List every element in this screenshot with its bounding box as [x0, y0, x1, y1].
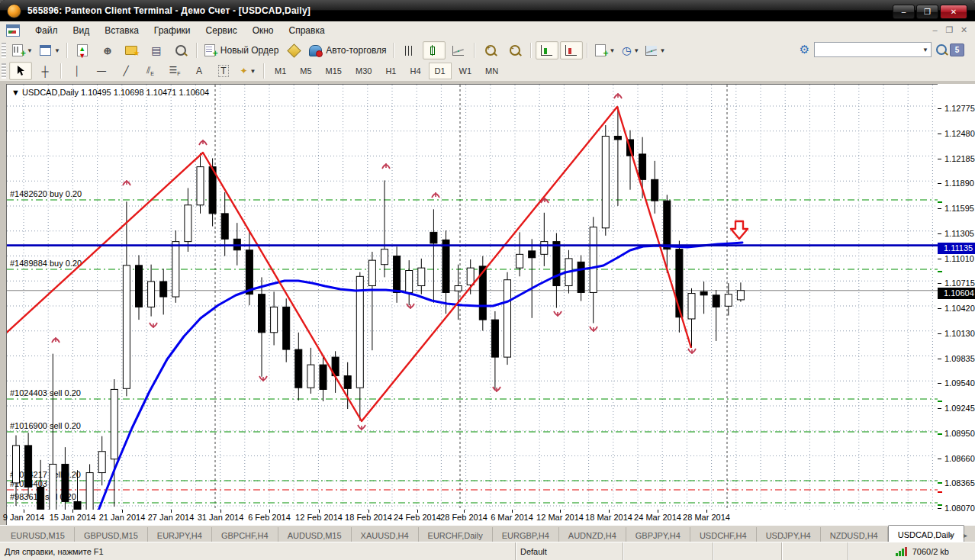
price-tick-label: 1.09540 [944, 378, 975, 388]
periods-button[interactable]: ◷▼ [619, 41, 642, 60]
crosshair-tool-button[interactable]: ┼ [34, 62, 56, 80]
vertical-line-tool[interactable]: │ [66, 62, 88, 80]
toolbar-grip[interactable] [2, 63, 6, 79]
toolbar-grip[interactable] [2, 43, 6, 58]
cursor-tool-button[interactable] [9, 62, 32, 80]
ask-price-box: 1.11135 [938, 243, 975, 254]
horizontal-line-tool[interactable]: — [90, 62, 113, 80]
status-profile[interactable]: Default [516, 542, 623, 560]
menu-item-Окно[interactable]: Окно [245, 23, 282, 38]
status-bar: Для справки, нажмите F1 Default 7060/2 k… [0, 542, 975, 560]
timeframe-button-W1[interactable]: W1 [453, 63, 478, 79]
timeframe-button-M15[interactable]: M15 [320, 63, 348, 79]
symbol-tab-EURJPY,H4[interactable]: EURJPY,H4 [148, 527, 212, 542]
menu-item-Сервис[interactable]: Сервис [198, 23, 245, 38]
symbol-tab-GBPJPY,H4[interactable]: GBPJPY,H4 [626, 527, 690, 542]
minimize-button[interactable]: – [893, 5, 915, 19]
symbol-tab-AUDUSD,M15[interactable]: AUDUSD,M15 [278, 527, 352, 542]
autotrade-button[interactable]: Авто-торговля [307, 41, 388, 60]
line-chart-icon [452, 46, 464, 56]
price-tick-label: 1.08070 [944, 504, 975, 513]
chart-line-button[interactable] [447, 41, 470, 60]
standard-toolbar: +▼ ▼ ▲▼ ⊕ ★ ▤ + Новый Ордер Авт [0, 40, 975, 62]
profiles-button[interactable]: ▼ [37, 41, 63, 60]
chart-bars-button[interactable] [398, 41, 421, 60]
mdi-close-button[interactable]: ✕ [957, 24, 970, 36]
symbol-tab-USDCHF,H4[interactable]: USDCHF,H4 [690, 527, 757, 542]
close-button[interactable]: ✕ [940, 5, 967, 19]
menu-item-Вставка[interactable]: Вставка [97, 23, 146, 38]
search-dropdown-icon[interactable]: ▼ [922, 47, 928, 53]
maximize-button[interactable]: ❐ [916, 5, 938, 19]
symbol-tab-USDJPY,H4[interactable]: USDJPY,H4 [757, 527, 821, 542]
channel-tool[interactable]: ⫽E [139, 62, 162, 80]
profiles-icon [39, 44, 52, 56]
time-axis[interactable]: 9 Jan 201415 Jan 201421 Jan 201427 Jan 2… [6, 510, 938, 526]
data-window-button[interactable]: ⊕ [96, 41, 119, 60]
notifications-badge[interactable]: 5 [950, 43, 964, 56]
menu-bar: ФайлВидВставкаГрафикиСервисОкноСправка –… [0, 21, 975, 40]
chart-candles-button[interactable] [423, 41, 446, 60]
arrows-tool[interactable]: ✦▼ [237, 62, 259, 80]
search-input[interactable] [814, 42, 932, 57]
tab-scroll-arrows[interactable]: ◂ ▸ [948, 531, 972, 539]
menu-item-Справка[interactable]: Справка [282, 23, 333, 38]
chart-plot[interactable]: #1482620 buy 0.20#1489884 buy 0.20#10244… [6, 84, 939, 511]
chart-shift-button[interactable] [560, 41, 583, 60]
status-cell [623, 542, 713, 560]
menu-item-Вид[interactable]: Вид [66, 23, 98, 38]
price-tick-label: 1.08660 [944, 454, 975, 463]
price-axis[interactable]: 1.127751.124801.121851.118901.115951.113… [938, 84, 975, 525]
arrows-icon: ✦ [240, 66, 248, 76]
terminal-window: 565896: Panteon Client Terminal - Демо С… [0, 0, 975, 560]
timeframe-button-M5[interactable]: M5 [294, 63, 317, 79]
text-tool[interactable]: A [188, 62, 211, 80]
metaeditor-button[interactable] [282, 41, 305, 60]
zoom-in-button[interactable]: + [479, 41, 502, 60]
text-label-icon: T [218, 65, 228, 77]
indicators-button[interactable]: +▼ [592, 41, 618, 60]
menu-item-Графики[interactable]: Графики [146, 23, 198, 38]
new-order-button[interactable]: + Новый Ордер [201, 41, 281, 60]
search-icon[interactable] [936, 44, 947, 55]
terminal-panel-button[interactable]: ▤ [145, 41, 168, 60]
timeframe-button-H4[interactable]: H4 [404, 63, 426, 79]
trendline-tool[interactable]: ╱ [114, 62, 137, 80]
timeframe-button-M30[interactable]: M30 [349, 63, 378, 79]
drawing-toolbar: ┼ │ — ╱ ⫽E ☰F A T ✦▼ M1M5M15M30H1H4D1W1M… [0, 61, 975, 82]
fibonacci-tool[interactable]: ☰F [163, 62, 186, 80]
app-logo-icon [7, 4, 21, 18]
timeframe-button-M1[interactable]: M1 [269, 63, 292, 79]
timeframe-button-MN[interactable]: MN [479, 63, 504, 79]
symbol-tab-EURUSD,M15[interactable]: EURUSD,M15 [2, 527, 75, 542]
timeframe-button-D1[interactable]: D1 [429, 63, 452, 79]
folder-star-icon: ★ [125, 44, 138, 56]
timeframe-button-H1[interactable]: H1 [379, 63, 402, 79]
navigator-button[interactable]: ★ [121, 41, 143, 60]
templates-button[interactable]: ▼ [643, 41, 668, 60]
title-bar[interactable]: 565896: Panteon Client Terminal - Демо С… [0, 0, 975, 21]
cursor-icon [16, 66, 25, 76]
text-label-tool[interactable]: T [212, 62, 235, 80]
symbol-tab-GBPUSD,M15[interactable]: GBPUSD,M15 [75, 527, 148, 542]
symbol-tab-EURGBP,H4[interactable]: EURGBP,H4 [493, 527, 559, 542]
market-watch-button[interactable]: ▲▼ [72, 41, 95, 60]
zoom-out-button[interactable]: - [504, 41, 526, 60]
mdi-restore-button[interactable]: ❐ [943, 24, 956, 36]
status-help-text: Для справки, нажмите F1 [0, 542, 516, 560]
menu-item-Файл[interactable]: Файл [27, 23, 66, 38]
symbol-tab-XAUUSD,H4[interactable]: XAUUSD,H4 [352, 527, 419, 542]
strategy-tester-button[interactable] [169, 41, 192, 60]
order-label: #1024217 sell 0.20 [10, 470, 81, 479]
auto-scroll-button[interactable] [536, 41, 558, 60]
symbol-tab-NZDUSD,H4[interactable]: NZDUSD,H4 [821, 527, 888, 542]
chart-shift-icon [565, 45, 577, 56]
mdi-minimize-button[interactable]: – [928, 24, 941, 36]
new-chart-button[interactable]: +▼ [9, 41, 35, 60]
chart-system-icon[interactable] [6, 24, 20, 37]
symbol-tab-EURCHF,Daily[interactable]: EURCHF,Daily [419, 527, 493, 542]
status-connection: 7060/2 kb [848, 542, 975, 560]
gear-icon[interactable]: ⚙ [800, 43, 809, 56]
symbol-tab-AUDNZD,H4[interactable]: AUDNZD,H4 [559, 527, 626, 542]
symbol-tab-GBPCHF,H4[interactable]: GBPCHF,H4 [212, 527, 278, 542]
